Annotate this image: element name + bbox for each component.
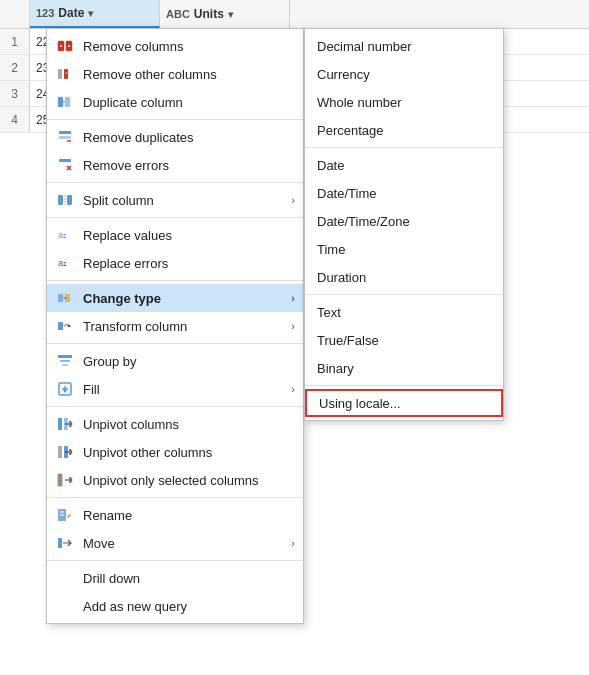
menu-item-fill[interactable]: Fill ›	[47, 375, 303, 403]
submenu-item-true-false[interactable]: True/False	[305, 326, 503, 354]
row-num-header	[0, 0, 30, 28]
svg-rect-4	[58, 69, 62, 79]
date-col-label: Date	[58, 6, 84, 20]
separator-8	[47, 560, 303, 561]
fill-icon	[55, 379, 75, 399]
menu-item-split-column[interactable]: Split column ›	[47, 186, 303, 214]
group-by-icon	[55, 351, 75, 371]
date-time-label: Date/Time	[317, 186, 376, 201]
true-false-label: True/False	[317, 333, 379, 348]
menu-item-remove-errors[interactable]: Remove errors	[47, 151, 303, 179]
move-icon	[55, 533, 75, 553]
menu-item-move[interactable]: Move ›	[47, 529, 303, 557]
split-column-label: Split column	[83, 193, 283, 208]
rename-icon	[55, 505, 75, 525]
submenu-item-date[interactable]: Date	[305, 151, 503, 179]
spreadsheet: 123 Date ▾ ABC Units ▾ 1 22/01/20... 2 2…	[0, 0, 589, 675]
rename-label: Rename	[83, 508, 295, 523]
svg-rect-9	[59, 131, 71, 134]
menu-item-unpivot-only-selected[interactable]: Unpivot only selected columns	[47, 466, 303, 494]
remove-duplicates-label: Remove duplicates	[83, 130, 295, 145]
separator-2	[47, 182, 303, 183]
submenu-item-percentage[interactable]: Percentage	[305, 116, 503, 144]
svg-text:a₂: a₂	[58, 230, 67, 240]
context-menu: Remove columns Remove other columns	[46, 28, 304, 624]
remove-columns-label: Remove columns	[83, 39, 295, 54]
units-type-icon: ABC	[166, 8, 190, 20]
menu-item-unpivot-other-columns[interactable]: Unpivot other columns	[47, 438, 303, 466]
submenu-item-currency[interactable]: Currency	[305, 60, 503, 88]
submenu-item-date-time[interactable]: Date/Time	[305, 179, 503, 207]
submenu-item-duration[interactable]: Duration	[305, 263, 503, 291]
menu-item-drill-down[interactable]: Drill down	[47, 564, 303, 592]
svg-rect-12	[59, 159, 71, 162]
date-dropdown-arrow[interactable]: ▾	[88, 8, 93, 19]
change-type-label: Change type	[83, 291, 283, 306]
separator-4	[47, 280, 303, 281]
whole-number-label: Whole number	[317, 95, 402, 110]
duplicate-column-icon	[55, 92, 75, 112]
submenu-item-whole-number[interactable]: Whole number	[305, 88, 503, 116]
menu-item-transform-column[interactable]: Transform column ›	[47, 312, 303, 340]
unpivot-other-columns-icon	[55, 442, 75, 462]
menu-item-remove-other-columns[interactable]: Remove other columns	[47, 60, 303, 88]
svg-rect-8	[65, 97, 70, 107]
fill-label: Fill	[83, 382, 283, 397]
svg-text:a₂: a₂	[58, 258, 67, 268]
grid-header: 123 Date ▾ ABC Units ▾	[0, 0, 589, 29]
row-num-1: 1	[0, 29, 30, 54]
separator-7	[47, 497, 303, 498]
units-col-label: Units	[194, 7, 224, 21]
menu-item-unpivot-columns[interactable]: Unpivot columns	[47, 410, 303, 438]
separator-6	[47, 406, 303, 407]
unpivot-columns-icon	[55, 414, 75, 434]
submenu-item-decimal-number[interactable]: Decimal number	[305, 32, 503, 60]
units-column-header[interactable]: ABC Units ▾	[160, 0, 290, 28]
separator-1	[47, 119, 303, 120]
svg-rect-33	[58, 474, 62, 486]
time-label: Time	[317, 242, 345, 257]
svg-rect-22	[58, 322, 63, 330]
menu-item-replace-errors[interactable]: a₂ Replace errors	[47, 249, 303, 277]
unpivot-other-columns-label: Unpivot other columns	[83, 445, 295, 460]
submenu-item-text[interactable]: Text	[305, 298, 503, 326]
submenu-item-time[interactable]: Time	[305, 235, 503, 263]
svg-rect-7	[58, 97, 63, 107]
split-column-icon	[55, 190, 75, 210]
menu-item-remove-columns[interactable]: Remove columns	[47, 32, 303, 60]
row-num-4: 4	[0, 107, 30, 132]
unpivot-columns-label: Unpivot columns	[83, 417, 295, 432]
transform-column-icon	[55, 316, 75, 336]
submenu-item-date-time-zone[interactable]: Date/Time/Zone	[305, 207, 503, 235]
menu-item-change-type[interactable]: Change type ›	[47, 284, 303, 312]
using-locale-label: Using locale...	[319, 396, 401, 411]
row-num-3: 3	[0, 81, 30, 106]
change-type-icon	[55, 288, 75, 308]
separator-3	[47, 217, 303, 218]
submenu-item-binary[interactable]: Binary	[305, 354, 503, 382]
group-by-label: Group by	[83, 354, 295, 369]
date-column-header[interactable]: 123 Date ▾	[30, 0, 160, 28]
svg-rect-16	[67, 195, 72, 205]
replace-errors-icon: a₂	[55, 253, 75, 273]
menu-item-duplicate-column[interactable]: Duplicate column	[47, 88, 303, 116]
menu-item-replace-values[interactable]: a₂ Replace values	[47, 221, 303, 249]
submenu-item-using-locale[interactable]: Using locale...	[305, 389, 503, 417]
unpivot-only-selected-icon	[55, 470, 75, 490]
date-time-zone-label: Date/Time/Zone	[317, 214, 410, 229]
units-dropdown-arrow[interactable]: ▾	[228, 9, 233, 20]
remove-other-columns-label: Remove other columns	[83, 67, 295, 82]
svg-rect-15	[58, 195, 63, 205]
menu-item-add-as-new-query[interactable]: Add as new query	[47, 592, 303, 620]
menu-item-rename[interactable]: Rename	[47, 501, 303, 529]
remove-errors-icon	[55, 155, 75, 175]
menu-item-remove-duplicates[interactable]: Remove duplicates	[47, 123, 303, 151]
transform-column-label: Transform column	[83, 319, 283, 334]
menu-item-group-by[interactable]: Group by	[47, 347, 303, 375]
change-type-arrow: ›	[291, 292, 295, 304]
text-label: Text	[317, 305, 341, 320]
svg-rect-5	[64, 69, 68, 79]
duration-label: Duration	[317, 270, 366, 285]
remove-other-columns-icon	[55, 64, 75, 84]
percentage-label: Percentage	[317, 123, 384, 138]
